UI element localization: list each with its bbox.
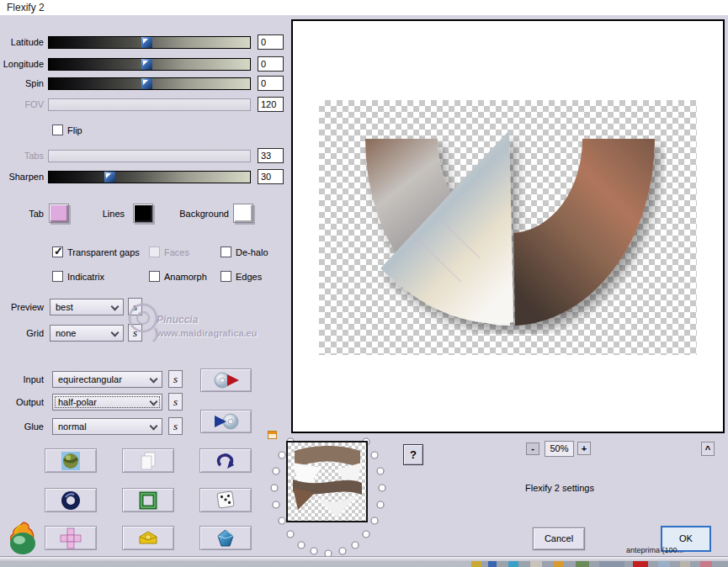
- latitude-slider[interactable]: [48, 36, 251, 49]
- output-value: half-polar: [58, 397, 97, 407]
- fov-value-input[interactable]: 120: [258, 97, 284, 112]
- thumbnail-image: [288, 442, 366, 521]
- frame-button[interactable]: [122, 488, 174, 512]
- flip-checkbox[interactable]: [52, 125, 63, 135]
- grid-select[interactable]: none: [50, 325, 124, 342]
- indicatrix-checkbox[interactable]: [52, 271, 63, 282]
- undo-button[interactable]: [199, 448, 252, 473]
- faces-checkbox: [149, 246, 160, 257]
- input-value: equirectangular: [58, 374, 122, 384]
- tab-color-label: Tab: [0, 208, 44, 220]
- unfolded-cube-icon: [60, 527, 82, 549]
- watermark-name: Pinuccia: [157, 314, 198, 326]
- result-thumbnail[interactable]: [286, 441, 368, 522]
- longitude-value-input[interactable]: 0: [258, 56, 284, 72]
- window-title: Flexify 2: [7, 2, 45, 13]
- preview-image: [353, 124, 665, 334]
- faces-label: Faces: [164, 246, 189, 258]
- dehalo-label: De-halo: [236, 246, 268, 258]
- output-s-button[interactable]: s: [168, 393, 183, 411]
- preview-mode-label: Preview: [0, 301, 44, 313]
- sharpen-slider[interactable]: [48, 171, 251, 183]
- latitude-slider-thumb[interactable]: [141, 37, 152, 48]
- yellow-box-icon: [137, 528, 159, 548]
- undo-arrow-icon: [215, 452, 236, 470]
- dice-icon: [215, 490, 236, 511]
- cancel-button[interactable]: Cancel: [533, 527, 585, 550]
- taskbar-sliver: [0, 561, 728, 567]
- glue-select[interactable]: normal: [52, 418, 162, 435]
- sharpen-label: Sharpen: [0, 171, 44, 183]
- input-s-button[interactable]: s: [168, 370, 183, 388]
- glue-label: Glue: [0, 421, 44, 432]
- cd-play-blue-icon: [211, 412, 242, 431]
- grid-label: Grid: [0, 327, 44, 339]
- glue-s-button[interactable]: s: [168, 417, 183, 435]
- tabs-slider: [48, 150, 251, 162]
- copy-pages-icon: [138, 451, 158, 471]
- transparent-gaps-checkbox[interactable]: ✓: [52, 246, 63, 257]
- settings-caption: Flexify 2 settings: [492, 483, 627, 493]
- tab-color-swatch[interactable]: [49, 204, 69, 223]
- gem-button[interactable]: [199, 526, 252, 550]
- longitude-slider-thumb[interactable]: [141, 59, 152, 70]
- square-frame-icon: [138, 490, 158, 511]
- chevron-down-icon: [150, 422, 158, 431]
- fov-label: FOV: [0, 98, 44, 111]
- anamorph-checkbox[interactable]: [149, 271, 160, 282]
- sharpen-slider-thumb[interactable]: [104, 172, 115, 183]
- longitude-label: Longitude: [0, 58, 44, 71]
- chevron-down-icon: [150, 398, 158, 406]
- check-icon: ✓: [54, 245, 63, 257]
- dice-button[interactable]: [199, 488, 252, 512]
- torus-icon: [61, 490, 81, 511]
- torus-button[interactable]: [45, 488, 97, 512]
- spin-slider-thumb[interactable]: [141, 78, 152, 89]
- spin-label: Spin: [0, 77, 44, 90]
- unfold-cube-button[interactable]: [45, 526, 97, 550]
- background-color-swatch[interactable]: [233, 204, 253, 223]
- edges-label: Edges: [236, 271, 262, 283]
- copy-button[interactable]: [122, 448, 174, 473]
- preview-canvas[interactable]: [291, 19, 725, 433]
- preview-mode-select[interactable]: best: [50, 299, 124, 315]
- longitude-slider[interactable]: [48, 58, 251, 71]
- flip-label: Flip: [67, 125, 82, 136]
- transparent-gaps-label: Transparent gaps: [67, 246, 140, 258]
- watermark-url: www.maidiragrafica.eu: [157, 328, 257, 338]
- help-button[interactable]: ?: [403, 444, 423, 465]
- chevron-down-icon: [150, 375, 158, 384]
- render-out-button[interactable]: [200, 410, 252, 433]
- indicatrix-label: Indicatrix: [67, 271, 104, 283]
- zoom-out-button[interactable]: -: [526, 442, 539, 455]
- sharpen-value-input[interactable]: 30: [258, 169, 284, 184]
- preview-mode-value: best: [56, 302, 73, 312]
- tabs-value-input[interactable]: 33: [258, 148, 284, 163]
- glue-value: normal: [58, 421, 87, 432]
- spin-value-input[interactable]: 0: [258, 76, 284, 91]
- box-button[interactable]: [122, 526, 174, 550]
- edges-checkbox[interactable]: [221, 271, 231, 282]
- spin-slider[interactable]: [48, 77, 251, 90]
- output-select[interactable]: half-polar: [52, 394, 162, 411]
- output-label: Output: [0, 396, 44, 408]
- latitude-label: Latitude: [0, 36, 44, 49]
- help-label: ?: [410, 448, 417, 461]
- dehalo-checkbox[interactable]: [221, 246, 231, 257]
- zoom-in-button[interactable]: +: [577, 442, 591, 455]
- input-label: Input: [0, 374, 44, 385]
- grid-value: none: [56, 328, 76, 338]
- planet-button[interactable]: [45, 448, 97, 473]
- background-color-label: Background: [168, 208, 229, 220]
- lines-color-label: Lines: [81, 208, 125, 220]
- fov-slider: [48, 98, 251, 111]
- flaming-pear-logo: [7, 522, 42, 557]
- lines-color-swatch[interactable]: [133, 204, 153, 223]
- collapse-button[interactable]: ^: [701, 442, 715, 456]
- render-in-button[interactable]: [200, 368, 252, 392]
- blue-gem-icon: [215, 528, 236, 548]
- background-window-title: anteprima (100...: [626, 546, 707, 555]
- anamorph-label: Anamorph: [164, 271, 207, 283]
- input-select[interactable]: equirectangular: [52, 371, 162, 388]
- latitude-value-input[interactable]: 0: [258, 34, 284, 50]
